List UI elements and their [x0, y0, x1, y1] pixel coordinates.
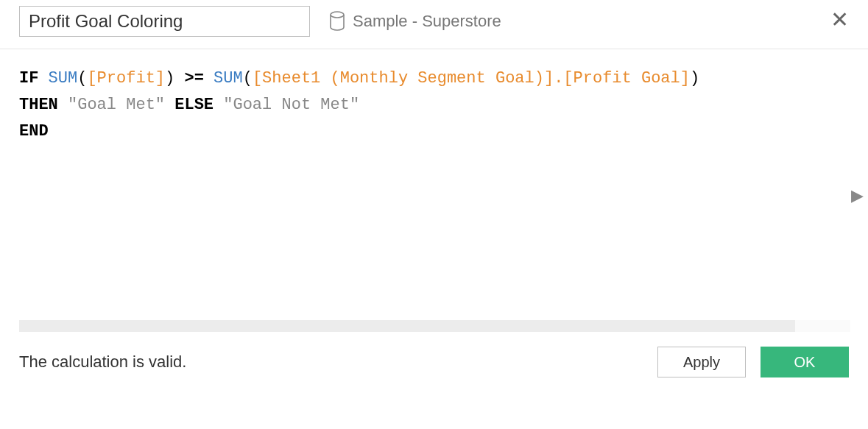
svg-point-0	[331, 12, 344, 18]
formula-token-pun	[174, 69, 184, 88]
dialog-footer: The calculation is valid. Apply OK	[0, 332, 868, 377]
formula-token-kw: END	[19, 122, 49, 141]
data-source-label[interactable]: Sample - Superstore	[329, 11, 501, 32]
expand-panel-button[interactable]: ▶	[851, 186, 864, 205]
formula-token-pun	[165, 96, 174, 114]
formula-token-pun: (	[77, 69, 87, 88]
formula-token-kw: THEN	[19, 96, 58, 114]
formula-token-pun: )	[165, 69, 174, 88]
calculation-name-input[interactable]	[19, 6, 310, 37]
formula-token-fn: SUM	[214, 69, 243, 88]
validation-status: The calculation is valid.	[19, 352, 643, 372]
formula-token-pun	[58, 96, 68, 114]
formula-token-pun	[204, 69, 214, 88]
formula-token-fld: [Sheet1 (Monthly Segment Goal)].[Profit …	[253, 69, 690, 88]
formula-token-kw: IF	[19, 69, 38, 88]
formula-token-pun-bold: >=	[184, 69, 203, 88]
database-icon	[329, 11, 345, 32]
formula-editor-wrapper: IF SUM([Profit]) >= SUM([Sheet1 (Monthly…	[0, 49, 868, 320]
formula-token-kw: ELSE	[174, 96, 214, 114]
dialog-header: Sample - Superstore ✕	[0, 0, 868, 37]
formula-token-pun: )	[690, 69, 699, 88]
close-button[interactable]: ✕	[830, 9, 849, 31]
scrollbar-thumb[interactable]	[795, 320, 850, 332]
formula-token-fn: SUM	[49, 69, 78, 88]
formula-token-pun	[38, 69, 48, 88]
formula-token-str: "Goal Met"	[68, 96, 165, 114]
formula-token-pun: (	[243, 69, 253, 88]
formula-editor[interactable]: IF SUM([Profit]) >= SUM([Sheet1 (Monthly…	[0, 49, 868, 320]
ok-button[interactable]: OK	[761, 347, 849, 377]
horizontal-scrollbar[interactable]	[19, 320, 850, 332]
apply-button[interactable]: Apply	[657, 347, 746, 377]
formula-token-pun	[214, 96, 223, 114]
data-source-name: Sample - Superstore	[353, 12, 501, 31]
formula-token-fld: [Profit]	[87, 69, 165, 88]
formula-token-str: "Goal Not Met"	[223, 96, 359, 114]
